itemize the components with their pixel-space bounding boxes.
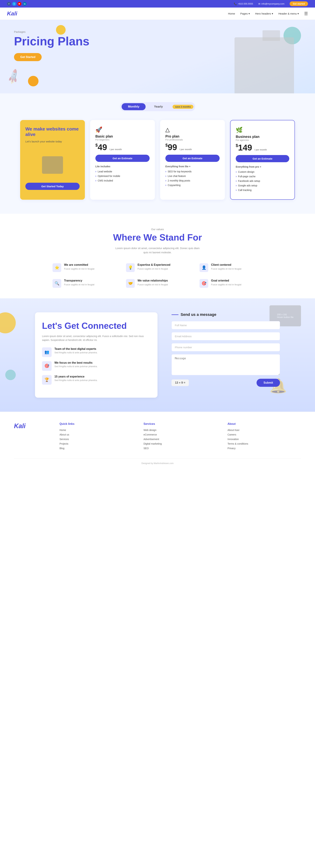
check-icon: ›	[165, 175, 166, 178]
footer-about-title: About	[228, 422, 301, 426]
footer-service-seo[interactable]: SEO	[143, 447, 217, 450]
values-desc: Lorem ipsum dolor sit amet, consectetur …	[114, 246, 201, 254]
values-tag: Our values	[14, 228, 301, 231]
footer-about-careers[interactable]: Careers	[228, 433, 301, 436]
linkedin-icon[interactable]: in	[23, 2, 27, 6]
basic-plan-includes: Lite includes	[95, 165, 150, 168]
submit-button[interactable]: Submit	[256, 379, 280, 387]
navbar: Kali Home Pages ▾ Hero headers ▾ Header …	[0, 7, 315, 20]
footer-about-privacy[interactable]: Privacy	[228, 447, 301, 450]
email-input[interactable]	[172, 332, 280, 340]
message-group	[172, 354, 280, 376]
value-desc-5: Fusce sagittis et nisl in feugiat	[211, 283, 241, 286]
highlight-cta-button[interactable]: Get Started Today	[25, 183, 80, 190]
footer-link-about[interactable]: About us	[60, 433, 133, 436]
form-bottom: 13 + 9 = Submit	[172, 379, 280, 387]
value-title-0: We are committed	[64, 263, 94, 267]
hamburger-icon[interactable]: ☰	[304, 11, 308, 16]
team-title-2: 15 years of experience	[55, 375, 98, 378]
business-feature-4: › Google ads setup	[236, 184, 289, 187]
footer-about-innovation[interactable]: Innovation	[228, 438, 301, 440]
value-title-2: Client centered	[211, 263, 241, 267]
pro-feature-1: › SEO for top keywords	[165, 170, 220, 173]
footer-services: Services Web design eCommerce Advertisem…	[143, 422, 217, 452]
business-feature-5: › Call tracking	[236, 188, 289, 192]
team-title-1: We focus on the best results	[55, 361, 98, 364]
topbar-cta-button[interactable]: Get started	[290, 1, 308, 6]
check-icon: ›	[236, 184, 237, 187]
footer-link-services[interactable]: Services	[60, 438, 133, 440]
pro-plan-includes: Everything from lite +	[165, 165, 220, 168]
value-title-1: Expertise & Experienced	[138, 263, 170, 267]
values-section: Our values Where We Stand For Lorem ipsu…	[0, 214, 315, 298]
footer-logo[interactable]: Kali	[14, 422, 49, 430]
business-plan-icon: 🌿	[236, 127, 289, 133]
check-icon: ›	[236, 170, 237, 174]
value-desc-4: Fusce sagittis et nisl in feugiat	[138, 283, 168, 286]
youtube-icon[interactable]: ▶	[18, 2, 21, 6]
business-plan-cta[interactable]: Get an Estimate	[236, 155, 289, 162]
footer-link-home[interactable]: Home	[60, 429, 133, 431]
pro-plan-name: Pro plan	[165, 134, 220, 138]
email-bar: ✉ info@mycompany.com	[258, 2, 284, 5]
hero-cta-button[interactable]: Get Started	[14, 53, 42, 61]
nav-home[interactable]: Home	[228, 12, 235, 15]
full-name-group	[172, 321, 280, 329]
value-desc-1: Fusce sagittis et nisl in feugiat	[138, 267, 170, 271]
value-item-4: 🤝 We value relationships Fusce sagittis …	[126, 279, 189, 288]
email-icon: ✉	[258, 2, 260, 5]
pricing-highlight-card: We make websites come alive Let's launch…	[20, 120, 85, 200]
basic-plan-name: Basic plan	[95, 134, 150, 138]
check-icon: ›	[95, 179, 96, 182]
message-textarea[interactable]	[172, 354, 280, 375]
check-icon: ›	[236, 179, 237, 183]
logo[interactable]: Kali	[7, 10, 17, 17]
business-plan-subtitle: For agencies	[236, 139, 289, 142]
nav-header-menu[interactable]: Header & menu ▾	[278, 12, 299, 15]
facebook-icon[interactable]: f	[7, 2, 11, 6]
phone-input[interactable]	[172, 343, 280, 351]
footer-inner: Kali Quick links Home About us Services …	[14, 422, 301, 452]
footer-about-kavi[interactable]: About Kavi	[228, 429, 301, 431]
footer-service-digital-marketing[interactable]: Digital marketing	[143, 442, 217, 445]
highlight-subtitle: Let's launch your website today	[25, 140, 80, 143]
connect-desc: Lorem ipsum dolor sit amet, consectetur …	[42, 334, 150, 342]
footer-about-terms[interactable]: Terms & conditions	[228, 442, 301, 445]
phone-group	[172, 343, 280, 351]
footer-link-projects[interactable]: Projects	[60, 442, 133, 445]
email-address: info@mycompany.com	[261, 2, 284, 5]
footer-service-ecommerce[interactable]: eCommerce	[143, 433, 217, 436]
footer-link-blog[interactable]: Blog	[60, 447, 133, 450]
footer-bottom: Designed by MartinAndriesen.com	[14, 459, 301, 465]
deco-orange-circle	[28, 76, 38, 86]
team-item-1: 🎯 We focus on the best results Sed fring…	[42, 361, 150, 371]
footer-service-advertisement[interactable]: Advertisement	[143, 438, 217, 440]
full-name-input[interactable]	[172, 321, 280, 329]
check-icon: ›	[236, 188, 237, 192]
nav-links: Home Pages ▾ Hero headers ▾ Header & men…	[228, 11, 308, 16]
nav-hero-headers[interactable]: Hero headers ▾	[255, 12, 273, 15]
value-desc-3: Fusce sagittis et nisl in feugiat	[64, 283, 94, 286]
twitter-icon[interactable]: t	[12, 2, 16, 6]
values-grid: ⭐ We are committed Fusce sagittis et nis…	[53, 263, 262, 288]
email-group	[172, 332, 280, 340]
yearly-toggle[interactable]: Yearly	[148, 103, 169, 110]
check-icon: ›	[165, 184, 166, 187]
pro-plan-cta[interactable]: Get an Estimate	[165, 155, 220, 162]
value-desc-0: Fusce sagittis et nisl in feugiat	[64, 267, 94, 271]
footer-service-webdesign[interactable]: Web design	[143, 429, 217, 431]
nav-pages[interactable]: Pages ▾	[240, 12, 250, 15]
toggle-buttons: Monthly Yearly save 2 months	[120, 102, 195, 111]
check-icon: ›	[95, 170, 96, 173]
pro-feature-3: › 2 monthly blog posts	[165, 179, 220, 182]
basic-plan-cta[interactable]: Get an Estimate	[95, 155, 150, 162]
value-title-4: We value relationships	[138, 279, 168, 282]
monthly-toggle[interactable]: Monthly	[121, 103, 146, 110]
footer-services-title: Services	[143, 422, 217, 426]
footer: Kali Quick links Home About us Services …	[0, 412, 315, 470]
form-title-line: Send us a message	[172, 312, 280, 317]
form-title-dash	[172, 314, 178, 315]
value-item-0: ⭐ We are committed Fusce sagittis et nis…	[53, 263, 115, 272]
team-title-0: Team of the best digital experts	[55, 347, 98, 350]
pro-feature-2: › Live chat feature	[165, 175, 220, 178]
